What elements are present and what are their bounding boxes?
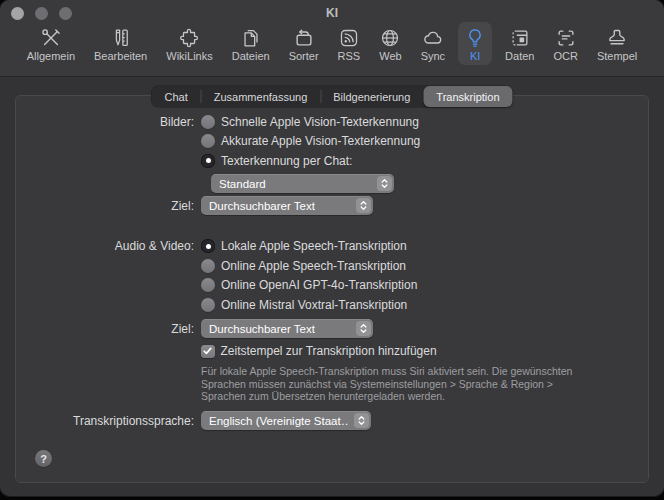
radio-on-icon xyxy=(201,154,215,168)
toolbar-item-label: Bearbeiten xyxy=(94,50,147,63)
toolbar-item-label: Allgemein xyxy=(27,50,75,63)
globe-icon xyxy=(379,25,401,50)
timestamp-checkbox[interactable]: Zeitstempel zur Transkription hinzufügen xyxy=(201,344,437,358)
toolbar-item-stempel[interactable]: Stempel xyxy=(591,22,643,65)
tray-arrow-icon xyxy=(293,25,315,50)
help-button[interactable]: ? xyxy=(35,450,52,467)
radio-akkurate-vision[interactable]: Akkurate Apple Vision-Texterkennung xyxy=(201,134,420,148)
radio-on-icon xyxy=(201,239,215,253)
toolbar-item-label: Daten xyxy=(505,50,534,63)
toolbar-item-label: Sorter xyxy=(289,50,319,63)
chat-engine-popup[interactable]: Standard xyxy=(211,174,394,193)
radio-online-openai[interactable]: Online OpenAI GPT-4o-Transkription xyxy=(201,278,417,292)
tab-zusammenfassung[interactable]: Zusammenfassung xyxy=(201,86,321,107)
tab-transkription[interactable]: Transkription xyxy=(423,86,512,107)
toolbar-item-label: Sync xyxy=(421,50,445,63)
radio-online-mistral[interactable]: Online Mistral Voxtral-Transkription xyxy=(201,298,407,312)
ziel2-label: Ziel: xyxy=(16,322,194,336)
ziel2-popup[interactable]: Durchsuchbarer Text xyxy=(201,319,373,338)
toolbar-item-bearbeiten[interactable]: Bearbeiten xyxy=(88,22,153,65)
puzzle-icon xyxy=(178,25,200,50)
window-header: KI Allgemein Bearbeiten WikiLinks xyxy=(0,0,664,77)
radio-off-icon xyxy=(201,259,215,273)
toolbar-item-label: Dateien xyxy=(232,50,270,63)
transkriptionssprache-label: Transkriptionssprache: xyxy=(16,414,194,428)
toolbar-item-label: OCR xyxy=(553,50,577,63)
popup-stepper-icon xyxy=(356,321,371,336)
table-icon xyxy=(509,25,531,50)
preferences-window: KI Allgemein Bearbeiten WikiLinks xyxy=(0,0,664,496)
popup-stepper-icon xyxy=(354,413,369,428)
audio-video-label: Audio & Video: xyxy=(16,239,194,253)
toolbar-item-label: WikiLinks xyxy=(166,50,212,63)
radio-lokale-speech[interactable]: Lokale Apple Speech-Transkription xyxy=(201,239,407,253)
pencil-ruler-icon xyxy=(110,25,132,50)
settings-group-box: Bilder: Schnelle Apple Vision-Texterkenn… xyxy=(15,95,649,483)
toolbar-item-ocr[interactable]: OCR xyxy=(547,22,583,65)
radio-online-apple-speech[interactable]: Online Apple Speech-Transkription xyxy=(201,259,406,273)
toolbar-item-label: Stempel xyxy=(597,50,637,63)
toolbar-item-rss[interactable]: RSS xyxy=(332,22,367,65)
ziel1-label: Ziel: xyxy=(16,199,194,213)
toolbar-item-label: Web xyxy=(379,50,401,63)
lightbulb-icon xyxy=(464,25,486,50)
toolbar-item-ki[interactable]: KI xyxy=(458,22,492,65)
cloud-icon xyxy=(422,25,444,50)
toolbar-item-web[interactable]: Web xyxy=(373,22,407,65)
preferences-toolbar: Allgemein Bearbeiten WikiLinks Dateien xyxy=(0,22,664,65)
radio-off-icon xyxy=(201,115,215,129)
radio-off-icon xyxy=(201,278,215,292)
toolbar-item-wikilinks[interactable]: WikiLinks xyxy=(160,22,218,65)
tab-bar: Chat Zusammenfassung Bildgenerierung Tra… xyxy=(151,86,512,107)
radio-off-icon xyxy=(201,134,215,148)
siri-help-text: Für lokale Apple Speech-Transkription mu… xyxy=(201,365,597,403)
popup-stepper-icon xyxy=(377,176,392,191)
ziel1-popup[interactable]: Durchsuchbarer Text xyxy=(201,196,373,215)
toolbar-item-dateien[interactable]: Dateien xyxy=(226,22,276,65)
popup-stepper-icon xyxy=(356,198,371,213)
rss-icon xyxy=(338,25,360,50)
bilder-label: Bilder: xyxy=(16,115,194,129)
toolbar-item-label: RSS xyxy=(338,50,361,63)
tab-bildgenerierung[interactable]: Bildgenerierung xyxy=(320,86,423,107)
documents-icon xyxy=(240,25,262,50)
radio-schnelle-vision[interactable]: Schnelle Apple Vision-Texterkennung xyxy=(201,115,419,129)
tab-chat[interactable]: Chat xyxy=(151,86,200,107)
toolbar-item-sorter[interactable]: Sorter xyxy=(283,22,325,65)
toolbar-item-allgemein[interactable]: Allgemein xyxy=(21,22,81,65)
tools-icon xyxy=(40,25,62,50)
window-title: KI xyxy=(0,6,664,20)
toolbar-item-sync[interactable]: Sync xyxy=(415,22,451,65)
transcription-language-popup[interactable]: Englisch (Vereinigte Staat… xyxy=(201,411,371,430)
radio-off-icon xyxy=(201,298,215,312)
scan-icon xyxy=(555,25,577,50)
radio-texterkennung-chat[interactable]: Texterkennung per Chat: xyxy=(201,154,352,168)
toolbar-item-label: KI xyxy=(470,50,480,63)
toolbar-item-daten[interactable]: Daten xyxy=(499,22,540,65)
checkbox-checked-icon xyxy=(201,345,215,359)
stamp-icon xyxy=(606,25,628,50)
